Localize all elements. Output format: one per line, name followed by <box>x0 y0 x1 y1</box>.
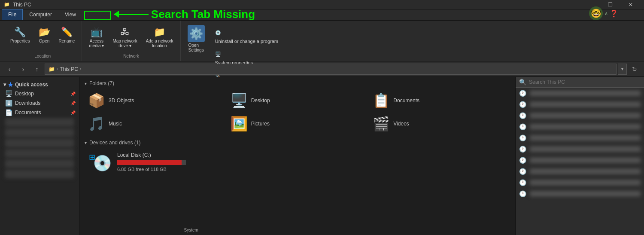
folder-documents[interactable]: 📋 Documents <box>369 90 510 111</box>
folders-grid: 📦 3D Objects 🖥️ Desktop 📋 Documents 🎵 Mu… <box>85 90 510 134</box>
address-bar[interactable]: 📁 › This PC › <box>45 64 617 75</box>
search-history-item-8[interactable]: 🕐 <box>516 166 644 177</box>
back-button[interactable]: ‹ <box>3 63 15 75</box>
uninstall-button[interactable]: 💿 Uninstall or change a program <box>212 27 282 47</box>
rename-icon: ✏️ <box>61 27 73 38</box>
folder-pictures[interactable]: 🖼️ Pictures <box>227 113 368 134</box>
folder-documents-label: Documents <box>393 98 419 104</box>
search-history-text-3 <box>530 113 641 118</box>
map-network-label: Map network drive ▾ <box>112 39 137 48</box>
add-location-button[interactable]: 📁 Add a network location <box>143 25 177 50</box>
folders-section-title: Folders (7) <box>89 80 114 86</box>
history-clock-icon-5: 🕐 <box>519 134 526 141</box>
sidebar-blurred-2[interactable] <box>5 128 74 137</box>
network-group-label: Network <box>123 54 139 59</box>
history-clock-icon-1: 🕐 <box>519 90 526 97</box>
history-clock-icon-8: 🕐 <box>519 168 526 175</box>
quick-access-label: Quick access <box>15 82 48 88</box>
pin-icon3: 📌 <box>70 110 76 115</box>
sidebar-item-downloads[interactable]: ⬇️ Downloads 📌 <box>0 98 79 108</box>
address-dropdown[interactable]: ▾ <box>618 64 627 75</box>
history-clock-icon-10: 🕐 <box>519 190 526 197</box>
search-history-item-1[interactable]: 🕐 <box>516 88 644 99</box>
desktop-icon: 🖥️ <box>5 90 12 97</box>
folder-nav-icon: 📁 <box>49 66 55 72</box>
folder-music-label: Music <box>109 121 122 127</box>
sidebar-blurred-1[interactable] <box>5 118 74 127</box>
refresh-button[interactable]: ↻ <box>629 63 641 75</box>
sidebar: ▾ ★ Quick access 🖥️ Desktop 📌 ⬇️ Downloa… <box>0 77 79 235</box>
properties-label: Properties <box>10 39 30 43</box>
tab-view[interactable]: View <box>58 9 82 20</box>
search-input-bar[interactable]: 🔍 <box>516 77 644 88</box>
map-network-button[interactable]: 🖧 Map network drive ▾ <box>109 25 140 50</box>
rename-button[interactable]: ✏️ Rename <box>55 25 79 45</box>
search-history-text-7 <box>530 158 641 163</box>
folder-3d-label: 3D Objects <box>109 98 134 104</box>
search-history-item-2[interactable]: 🕐 <box>516 99 644 110</box>
drive-name: Local Disk (C:) <box>117 152 186 158</box>
help-chevron: ∧ <box>605 11 608 16</box>
search-history-item-4[interactable]: 🕐 <box>516 121 644 132</box>
search-input[interactable] <box>529 79 641 85</box>
hdd-icon: 💿 <box>93 154 112 172</box>
folder-desktop[interactable]: 🖥️ Desktop <box>227 90 368 111</box>
devices-section-header[interactable]: ▾ Devices and drives (1) <box>85 140 510 146</box>
star-icon: ★ <box>8 81 13 88</box>
missing-search-tab-box <box>84 11 111 20</box>
folder-videos[interactable]: 🎬 Videos <box>369 113 510 134</box>
pin-icon: 📌 <box>70 92 76 96</box>
folder-desktop-label: Desktop <box>251 98 270 104</box>
folder-music[interactable]: 🎵 Music <box>85 113 225 134</box>
search-icon: 🔍 <box>519 79 526 85</box>
address-chevron2: › <box>80 67 81 71</box>
sidebar-quick-access-header[interactable]: ▾ ★ Quick access <box>0 79 79 89</box>
search-history-item-10[interactable]: 🕐 <box>516 188 644 199</box>
drive-progress-fill <box>117 160 182 165</box>
search-history-item-6[interactable]: 🕐 <box>516 143 644 155</box>
history-clock-icon-4: 🕐 <box>519 123 526 130</box>
search-history-text-1 <box>530 91 641 96</box>
search-history-text-9 <box>530 180 641 185</box>
folder-3d-objects[interactable]: 📦 3D Objects <box>85 90 225 111</box>
folders-chevron: ▾ <box>85 81 87 86</box>
close-button[interactable]: ✕ <box>621 0 641 9</box>
history-clock-icon-7: 🕐 <box>519 157 526 164</box>
history-clock-icon-9: 🕐 <box>519 179 526 186</box>
folders-section-header[interactable]: ▾ Folders (7) <box>85 80 510 86</box>
access-media-icon: 📺 <box>91 27 102 38</box>
sidebar-blurred-5[interactable] <box>5 159 74 168</box>
uninstall-icon: 💿 <box>215 28 221 37</box>
ribbon-tabs: File Computer View Search Tab Missing 🤓 … <box>0 9 644 21</box>
sidebar-blurred-6[interactable] <box>5 170 74 178</box>
search-history-item-7[interactable]: 🕐 <box>516 155 644 166</box>
search-history-item-5[interactable]: 🕐 <box>516 132 644 143</box>
downloads-icon: ⬇️ <box>5 100 12 107</box>
search-history: 🕐 🕐 🕐 🕐 🕐 <box>516 88 644 235</box>
search-history-item-3[interactable]: 🕐 <box>516 110 644 121</box>
forward-button[interactable]: › <box>17 63 29 75</box>
properties-button[interactable]: 🔧 Properties <box>7 25 33 45</box>
search-panel: 🔍 🕐 🕐 🕐 🕐 <box>515 77 644 235</box>
folder-docs-icon: 📋 <box>373 92 390 109</box>
tab-computer[interactable]: Computer <box>23 9 58 20</box>
address-path: This PC <box>60 66 78 72</box>
drive-icon-container: ⊞ 💿 <box>88 152 112 172</box>
sidebar-item-desktop[interactable]: 🖥️ Desktop 📌 <box>0 89 79 98</box>
sidebar-blurred-4[interactable] <box>5 149 74 158</box>
open-icon: 📂 <box>39 27 50 38</box>
open-button[interactable]: 📂 Open <box>35 25 54 45</box>
access-media-button[interactable]: 📺 Access media ▾ <box>85 25 107 50</box>
tab-file[interactable]: File <box>2 9 23 20</box>
devices-chevron: ▾ <box>85 140 87 145</box>
folder-pictures-icon: 🖼️ <box>231 116 248 132</box>
sidebar-blurred-3[interactable] <box>5 139 74 147</box>
annotation-label: Search Tab Missing <box>151 8 255 21</box>
open-settings-icon[interactable]: ⚙️ <box>188 25 205 42</box>
drive-local-c[interactable]: ⊞ 💿 Local Disk (C:) 6.80 GB free of 118 … <box>85 149 213 175</box>
properties-icon: 🔧 <box>14 27 26 38</box>
system-props-icon: 🖥️ <box>215 50 221 58</box>
search-history-item-9[interactable]: 🕐 <box>516 177 644 188</box>
up-button[interactable]: ↑ <box>31 63 43 75</box>
sidebar-item-documents[interactable]: 📄 Documents 📌 <box>0 108 79 117</box>
